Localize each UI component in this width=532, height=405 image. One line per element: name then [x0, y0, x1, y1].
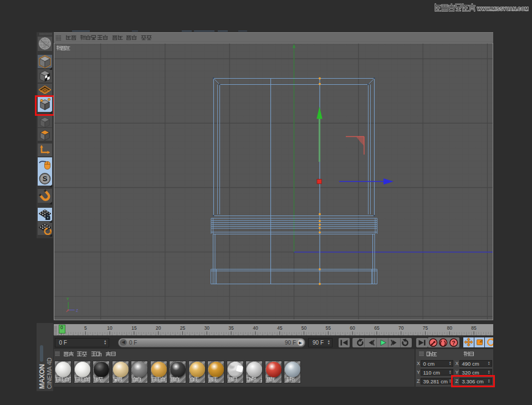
svg-text:15: 15 [131, 325, 137, 331]
svg-text:Z: Z [76, 309, 78, 312]
svg-text:75: 75 [423, 325, 428, 331]
svg-text:1: 1 [260, 377, 263, 382]
svg-text:30: 30 [204, 325, 210, 331]
svg-text:70: 70 [398, 325, 404, 331]
svg-text:10: 10 [107, 325, 112, 331]
svg-text:Y: Y [66, 296, 69, 301]
svg-text:40: 40 [253, 325, 258, 331]
svg-text:S: S [43, 175, 48, 183]
svg-text:?: ? [452, 340, 455, 346]
svg-text:25: 25 [180, 325, 186, 331]
svg-text:85: 85 [471, 325, 477, 331]
svg-text:65: 65 [374, 325, 380, 331]
svg-text:50: 50 [301, 325, 307, 331]
svg-text:55: 55 [326, 325, 331, 331]
svg-text:60: 60 [350, 325, 355, 331]
svg-text:45: 45 [277, 325, 283, 331]
svg-text:5: 5 [84, 325, 87, 331]
svg-text:35: 35 [228, 325, 234, 331]
svg-text:20: 20 [156, 325, 161, 331]
svg-text:80: 80 [447, 325, 453, 331]
